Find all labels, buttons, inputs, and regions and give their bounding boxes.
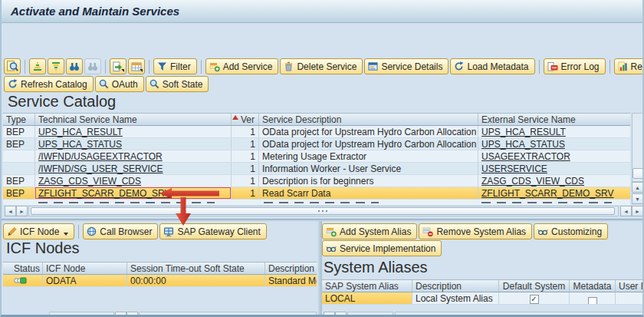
scroll-right-button[interactable]: ► (16, 206, 28, 216)
external-service-name-link[interactable]: USAGEEXTRACTOR (481, 151, 570, 162)
add-service-button[interactable]: Add Service (205, 58, 279, 74)
choose-layout-button[interactable] (128, 58, 145, 74)
export-button[interactable] (110, 58, 127, 74)
column-header-external-service-name[interactable]: External Service Name (478, 114, 630, 125)
technical-service-name-link[interactable]: UPS_HCA_RESULT (38, 127, 123, 137)
external-service-name-link[interactable]: ZASG_CDS_VIEW_CDS (481, 176, 584, 187)
column-header-service-description[interactable]: Service Description (259, 114, 478, 125)
left-arrow-icon: ◄ (8, 209, 13, 214)
sort-descending-button[interactable] (48, 58, 64, 74)
right-arrow-icon: ► (635, 209, 640, 214)
delete-service-button[interactable]: Delete Service (280, 58, 363, 74)
column-header-session-timeout[interactable]: Session Time-out Soft State (127, 263, 265, 274)
soft-state-button[interactable]: Soft State (146, 76, 209, 92)
service-implementation-button[interactable]: Service Implementation (322, 240, 442, 256)
cell-ver: 1 (232, 138, 259, 150)
call-browser-button[interactable]: Call Browser (83, 223, 158, 239)
scrollbar-track[interactable] (395, 312, 644, 317)
find-next-button[interactable] (84, 58, 101, 74)
gateway-client-icon (163, 226, 174, 237)
service-row-usageextractor[interactable]: /IWFND/USAGEEXTRACTOR 1 Metering Usage E… (3, 150, 630, 163)
metadata-checkbox[interactable] (588, 297, 597, 304)
column-header-description[interactable]: Description (412, 280, 499, 292)
cell-technical-service-name: UPS_HCA_RESULT (35, 126, 232, 137)
binoculars-icon (69, 61, 80, 72)
default-system-checkbox[interactable]: ✓ (530, 295, 539, 304)
column-header-sap-system-alias[interactable]: SAP System Alias (322, 280, 412, 292)
filter-button[interactable]: Filter (153, 58, 197, 74)
error-log-button[interactable]: Error Log (544, 58, 606, 74)
technical-service-name-link[interactable]: /IWFND/USAGEEXTRACTOR (38, 151, 163, 162)
technical-service-name-link[interactable]: ZASG_CDS_VIEW_CDS (38, 176, 141, 187)
icf-node-row-odata[interactable]: ODATA 00:00:00 Standard Mode (3, 275, 317, 287)
service-details-button[interactable]: Service Details (364, 58, 449, 74)
column-header-icf-node[interactable]: ICF Node (43, 263, 127, 274)
scroll-right-button[interactable]: ► (632, 206, 643, 216)
scrollbar-thumb[interactable] (31, 207, 615, 215)
icf-nodes-pane: ICF Node Call Browser SAP Gateway Client… (2, 221, 318, 317)
service-row-ups-hca-status[interactable]: BEP UPS_HCA_STATUS 1 OData project for U… (3, 138, 630, 150)
add-system-alias-button[interactable]: Add System Alias (322, 223, 417, 239)
scroll-down-button[interactable]: ▼ (632, 193, 643, 204)
sap-gateway-client-button[interactable]: SAP Gateway Client (159, 223, 267, 239)
service-row-sg-user-service[interactable]: /IWFND/SG_USER_SERVICE 1 Information Wor… (3, 163, 630, 175)
cell-type: BEP (3, 187, 35, 199)
scroll-up-button[interactable]: ▲ (632, 182, 643, 193)
cell-technical-service-name: /IWFND/USAGEEXTRACTOR (35, 150, 232, 162)
scroll-right-button[interactable] (127, 312, 138, 317)
column-header-description[interactable]: Description (265, 263, 317, 274)
column-header-metadata[interactable]: Metadata (570, 280, 616, 292)
scroll-left-button[interactable]: ◄ (5, 206, 16, 216)
technical-service-name-link[interactable]: UPS_HCA_STATUS (38, 139, 122, 150)
cell-service-description: OData project for Upstream Hydro Carbon … (259, 126, 478, 137)
dropdown-arrow-icon (64, 233, 68, 236)
scroll-right-button[interactable] (335, 312, 347, 317)
service-row-zflight-scarr-selected[interactable]: BEP ZFLIGHT_SCARR_DEMO_SRV 1 Read Scarr … (3, 187, 630, 200)
refresh-catalog-button[interactable]: Refresh Catalog (4, 76, 94, 92)
catalog-horizontal-scrollbar[interactable]: ◄ ► ◄ ► (3, 206, 644, 217)
column-header-ver[interactable]: Ver (232, 114, 259, 125)
service-row-ups-hca-result[interactable]: BEP UPS_HCA_RESULT 1 OData project for U… (3, 126, 630, 138)
icf-node-button[interactable]: ICF Node (3, 223, 74, 239)
icf-horizontal-scrollbar-clipped[interactable] (3, 312, 317, 317)
system-aliases-heading: System Aliases (324, 259, 428, 276)
column-header-status[interactable]: Status (3, 263, 43, 274)
scrollbar-track[interactable] (49, 312, 114, 317)
external-service-name-link[interactable]: ZFLIGHT_SCARR_DEMO_SRV (481, 188, 613, 199)
customizing-button[interactable]: Customizing (534, 223, 608, 239)
scrollbar-track[interactable] (28, 206, 619, 216)
remove-system-alias-button[interactable]: Remove System Alias (419, 223, 532, 239)
alias-horizontal-scrollbar-clipped[interactable] (322, 312, 644, 317)
scrollbar-thumb[interactable] (632, 168, 643, 179)
oauth-button[interactable]: OAuth (95, 76, 144, 92)
scroll-left-button[interactable]: ◄ (620, 206, 632, 216)
request-statistics-button[interactable]: Request Statistics (614, 58, 644, 74)
cell-description: Local System Alias (412, 292, 499, 304)
column-header-user-role[interactable]: User Role (616, 280, 644, 292)
load-metadata-button[interactable]: Load Metadata (450, 58, 534, 74)
scroll-left-button[interactable] (324, 312, 335, 317)
scrollbar-track[interactable] (347, 312, 393, 317)
cell-sap-system-alias: LOCAL (322, 292, 412, 304)
service-row-zasg-cds-view[interactable]: BEP ZASG_CDS_VIEW_CDS 1 Description is f… (3, 175, 630, 187)
display-service-button[interactable] (4, 58, 21, 74)
dropdown-arrow-icon (121, 69, 124, 72)
find-button[interactable] (66, 58, 83, 74)
external-service-name-link[interactable]: USERSERVICE (481, 163, 547, 174)
technical-service-name-link[interactable]: /IWFND/SG_USER_SERVICE (38, 163, 163, 174)
sort-ascending-icon (32, 61, 43, 72)
scroll-left-button[interactable] (115, 312, 127, 317)
external-service-name-link[interactable]: UPS_HCA_STATUS (481, 139, 565, 150)
column-header-technical-service-name[interactable]: Technical Service Name (35, 114, 232, 125)
column-header-type[interactable]: Type (3, 114, 35, 125)
external-service-name-link[interactable]: UPS_HCA_RESULT (481, 127, 566, 137)
sort-ascending-button[interactable] (29, 58, 46, 74)
cell-metadata (570, 292, 616, 304)
technical-service-name-link[interactable]: ZFLIGHT_SCARR_DEMO_SRV (38, 188, 170, 199)
cell-description: Standard Mode (265, 275, 317, 286)
alias-header-row: SAP System Alias Description Default Sys… (322, 279, 644, 292)
alias-row-local[interactable]: LOCAL Local System Alias ✓ (322, 292, 644, 305)
catalog-vertical-scrollbar[interactable]: ▲ ▼ (632, 113, 644, 205)
column-header-default-system[interactable]: Default System (499, 280, 570, 292)
scrollbar-track[interactable] (139, 312, 317, 317)
